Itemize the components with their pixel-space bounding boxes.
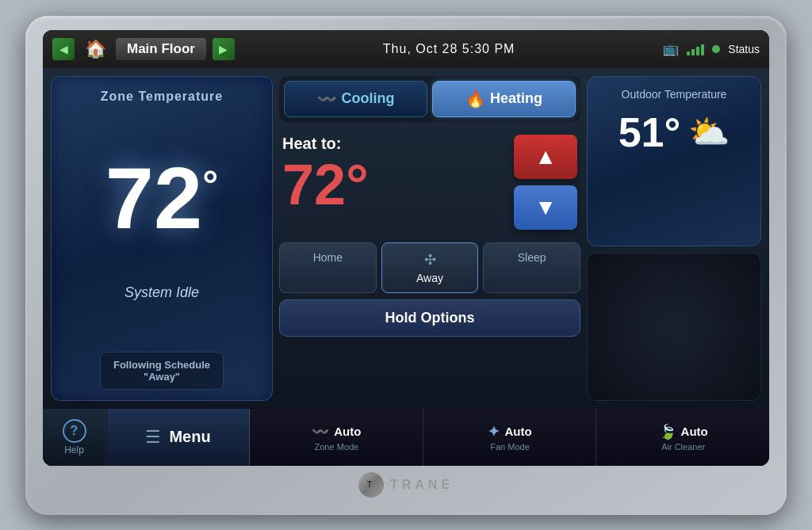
heat-temp-display: 72°: [282, 156, 369, 213]
nav-left-button[interactable]: ◀: [52, 38, 75, 60]
air-cleaner-icon: 🍃: [659, 423, 676, 440]
fan-mode-sub: Fan Mode: [490, 442, 530, 452]
away-compass-icon: ✣: [424, 251, 436, 269]
zone-temperature-value: 72°: [105, 154, 218, 242]
heating-tab[interactable]: 🔥 Heating: [432, 81, 576, 117]
status-dot: [712, 45, 720, 53]
away-schedule-button[interactable]: ✣ Away: [381, 242, 479, 293]
fan-icon: ✦: [488, 423, 500, 440]
schedule-info: Following Schedule "Away": [100, 352, 224, 390]
nav-right-button[interactable]: ▶: [213, 38, 235, 60]
zone-temp-number: 72: [105, 149, 202, 246]
datetime-display: Thu, Oct 28 5:30 PM: [241, 42, 657, 56]
signal-bars: [687, 43, 704, 55]
dark-accent-panel: [587, 253, 761, 401]
temp-down-button[interactable]: ▼: [514, 185, 577, 230]
help-button[interactable]: ? Help: [43, 409, 106, 466]
cooling-label: Cooling: [342, 90, 395, 107]
temp-up-button[interactable]: ▲: [514, 135, 577, 179]
menu-label: Menu: [169, 428, 210, 446]
home-schedule-button[interactable]: Home: [279, 242, 377, 293]
zone-mode-sub: Zone Mode: [315, 442, 359, 452]
status-label: Status: [728, 43, 760, 55]
hold-options-label: Hold Options: [385, 310, 475, 326]
right-panel: Outdoor Temperature 51° ⛅: [587, 76, 761, 401]
trane-emblem: T: [358, 472, 384, 498]
menu-icon: ☰: [145, 427, 161, 448]
center-panel: 〰️ Cooling 🔥 Heating Heat to: 72°: [279, 76, 580, 401]
menu-button[interactable]: ☰ Menu: [107, 409, 250, 466]
bar2: [691, 49, 695, 55]
top-bar: ◀ 🏠 Main Floor ▶ Thu, Oct 28 5:30 PM 📺 S…: [43, 30, 769, 68]
outdoor-label: Outdoor Temperature: [599, 88, 749, 101]
auto-fan-label: Auto: [504, 425, 531, 438]
heating-icon: 🔥: [465, 90, 485, 109]
status-area: 📺 Status: [663, 41, 760, 56]
schedule-buttons: Home ✣ Away Sleep: [279, 242, 580, 293]
heat-control: Heat to: 72° ▲ ▼: [279, 128, 580, 236]
zone-label: Zone Temperature: [101, 90, 223, 104]
zone-mode-icon: 〰️: [312, 423, 329, 440]
air-cleaner-button[interactable]: 🍃 Auto Air Cleaner: [597, 409, 769, 466]
zone-temperature-panel: Zone Temperature 72° System Idle Followi…: [51, 76, 273, 401]
location-label: Main Floor: [116, 38, 206, 60]
help-icon: ?: [63, 419, 86, 443]
trane-wordmark: TRANE: [390, 478, 454, 492]
heat-controls: ▲ ▼: [514, 135, 577, 230]
outdoor-temp-value: 51°: [619, 109, 681, 156]
away-label: Away: [416, 272, 443, 284]
fan-mode-button[interactable]: ✦ Auto Fan Mode: [424, 409, 597, 466]
thermostat-screen: ◀ 🏠 Main Floor ▶ Thu, Oct 28 5:30 PM 📺 S…: [43, 30, 769, 466]
main-content: Zone Temperature 72° System Idle Followi…: [43, 68, 769, 409]
outdoor-temperature-panel: Outdoor Temperature 51° ⛅: [587, 76, 761, 246]
zone-mode-top: 〰️ Auto: [312, 423, 361, 440]
outdoor-temp-row: 51° ⛅: [599, 109, 749, 156]
air-cleaner-top: 🍃 Auto: [659, 423, 708, 440]
weather-icon: ⛅: [688, 112, 730, 151]
system-status: System Idle: [124, 284, 199, 301]
hold-options-button[interactable]: Hold Options: [279, 299, 580, 337]
bottom-bar: ? Help ☰ Menu 〰️ Auto Zone Mode ✦ Auto: [43, 409, 769, 466]
cooling-icon: 〰️: [317, 90, 337, 109]
zone-temp-container: 72°: [105, 154, 218, 242]
bar4: [701, 44, 704, 55]
thermostat-device: ◀ 🏠 Main Floor ▶ Thu, Oct 28 5:30 PM 📺 S…: [25, 16, 787, 515]
bar3: [696, 47, 699, 55]
help-label: Help: [64, 444, 84, 456]
trane-logo: T TRANE: [43, 472, 769, 498]
schedule-line2: "Away": [113, 371, 210, 383]
schedule-line1: Following Schedule: [113, 359, 210, 371]
cooling-tab[interactable]: 〰️ Cooling: [284, 81, 427, 117]
zone-mode-button[interactable]: 〰️ Auto Zone Mode: [251, 409, 423, 466]
auto-zone-label: Auto: [334, 425, 361, 438]
home-icon: 🏠: [81, 35, 109, 63]
air-cleaner-sub: Air Cleaner: [661, 442, 705, 452]
heat-label: Heat to:: [282, 135, 369, 153]
mode-tabs: 〰️ Cooling 🔥 Heating: [279, 76, 580, 122]
zone-degree: °: [202, 162, 218, 207]
wifi-icon: 📺: [663, 41, 679, 56]
sleep-label: Sleep: [518, 251, 546, 264]
home-label: Home: [313, 251, 343, 264]
heat-label-temp: Heat to: 72°: [282, 135, 369, 213]
auto-air-label: Auto: [681, 425, 708, 438]
bar1: [687, 51, 690, 55]
heating-label: Heating: [490, 90, 542, 107]
sleep-schedule-button[interactable]: Sleep: [483, 242, 580, 293]
fan-mode-top: ✦ Auto: [488, 423, 531, 440]
